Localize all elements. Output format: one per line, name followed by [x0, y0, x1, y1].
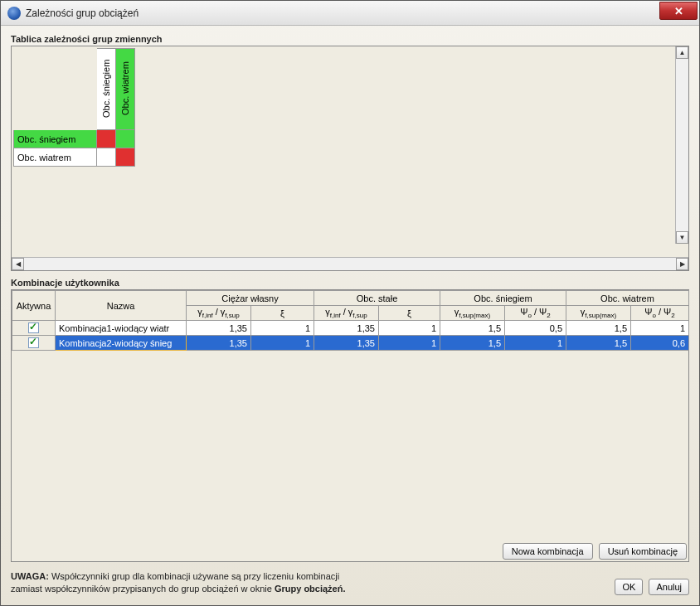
matrix-corner [14, 49, 97, 130]
matrix-cell[interactable] [116, 130, 135, 148]
note-prefix: UWAGA: [11, 571, 49, 581]
col-header-xi: ξ [379, 306, 440, 321]
active-checkbox-cell[interactable] [12, 321, 56, 336]
new-combination-button[interactable]: Nowa kombinacja [503, 543, 593, 560]
matrix-col-header: Obc. śniegiem [97, 49, 116, 130]
horizontal-scrollbar[interactable]: ◀ ▶ [12, 257, 688, 270]
table-row[interactable]: Kombinacja2-wiodący śnieg 1,35 1 1,35 1 … [12, 336, 689, 351]
combination-name[interactable]: Kombinacja2-wiodący śnieg [56, 336, 187, 351]
matrix-row-header: Obc. wiatrem [14, 148, 97, 167]
cell[interactable]: 1,35 [187, 336, 251, 351]
checkbox-icon[interactable] [28, 337, 39, 348]
combinations-table[interactable]: Aktywna Nazwa Ciężar własny Obc. stałe O… [12, 290, 689, 351]
col-header-xi: ξ [251, 306, 314, 321]
cell[interactable]: 1,35 [187, 321, 251, 336]
matrix-label: Tablica zależności grup zmiennych [11, 34, 689, 44]
footer: UWAGA: Współczynniki grup dla kombinacji… [11, 570, 689, 595]
content-area: Tablica zależności grup zmiennych Obc. ś… [1, 26, 699, 605]
cell[interactable]: 1 [505, 336, 566, 351]
col-header-active: Aktywna [12, 291, 56, 321]
checkbox-icon[interactable] [28, 322, 39, 333]
col-header-label: Obc. wiatrem [116, 49, 134, 128]
vertical-scrollbar[interactable]: ▲ ▼ [675, 46, 688, 244]
cell[interactable]: 0,6 [631, 336, 689, 351]
cell[interactable]: 1 [251, 321, 314, 336]
combinations-label: Kombinacje użytkownika [11, 278, 689, 288]
note-bold: Grupy obciążeń. [275, 584, 346, 594]
window-title: Zależności grup obciążeń [26, 7, 139, 19]
cell[interactable]: 1 [631, 321, 689, 336]
col-header-gamma-max: γf,sup(max) [440, 306, 505, 321]
delete-combination-button[interactable]: Usuń kombinację [599, 543, 687, 560]
cell[interactable]: 1,5 [566, 321, 631, 336]
cell[interactable]: 1,35 [314, 321, 379, 336]
col-header-psi: Ψo / Ψ2 [631, 306, 689, 321]
combination-buttons: Nowa kombinacja Usuń kombinację [12, 538, 688, 561]
col-header-psi: Ψo / Ψ2 [505, 306, 566, 321]
combination-name[interactable]: Kombinacja1-wiodący wiatr [56, 321, 187, 336]
dialog-window: Zależności grup obciążeń ✕ Tablica zależ… [0, 0, 700, 606]
note-text: Współczynniki grup dla kombinacji używan… [49, 571, 339, 581]
scroll-up-icon[interactable]: ▲ [676, 46, 688, 59]
cell[interactable]: 1,5 [440, 336, 505, 351]
ok-button[interactable]: OK [615, 579, 643, 595]
cell[interactable]: 1 [379, 321, 440, 336]
matrix-cell[interactable] [97, 148, 116, 167]
col-header-gamma: γf,inf / γf,sup [187, 306, 251, 321]
cell[interactable]: 1 [251, 336, 314, 351]
matrix-area: Obc. śniegiem Obc. wiatrem Obc. śniegiem… [12, 46, 688, 257]
matrix-cell[interactable] [97, 130, 116, 148]
scroll-down-icon[interactable]: ▼ [676, 231, 688, 244]
close-button[interactable]: ✕ [659, 2, 698, 20]
col-header-group: Obc. wiatrem [566, 291, 689, 306]
cell[interactable]: 1,35 [314, 336, 379, 351]
dependency-matrix[interactable]: Obc. śniegiem Obc. wiatrem Obc. śniegiem… [13, 48, 135, 167]
note-text: zamiast współczynników przypisanych do g… [11, 584, 275, 594]
matrix-panel: Obc. śniegiem Obc. wiatrem Obc. śniegiem… [11, 46, 689, 271]
close-icon: ✕ [674, 5, 683, 17]
dialog-buttons: OK Anuluj [611, 579, 689, 595]
scroll-left-icon[interactable]: ◀ [12, 258, 24, 270]
active-checkbox-cell[interactable] [12, 336, 56, 351]
cancel-button[interactable]: Anuluj [649, 579, 689, 595]
col-header-gamma-max: γf,sup(max) [566, 306, 631, 321]
titlebar: Zależności grup obciążeń ✕ [1, 1, 699, 26]
scroll-right-icon[interactable]: ▶ [676, 258, 688, 270]
cell[interactable]: 1,5 [566, 336, 631, 351]
matrix-col-header: Obc. wiatrem [116, 49, 135, 130]
col-header-name: Nazwa [56, 291, 187, 321]
cell[interactable]: 0,5 [505, 321, 566, 336]
col-header-label: Obc. śniegiem [97, 49, 115, 128]
cell[interactable]: 1,5 [440, 321, 505, 336]
col-header-gamma: γf,inf / γf,sup [314, 306, 379, 321]
matrix-cell[interactable] [116, 148, 135, 167]
combinations-panel: Aktywna Nazwa Ciężar własny Obc. stałe O… [11, 289, 689, 562]
cell[interactable]: 1 [379, 336, 440, 351]
app-icon [7, 7, 21, 20]
col-header-group: Obc. stałe [314, 291, 440, 306]
table-row[interactable]: Kombinacja1-wiodący wiatr 1,35 1 1,35 1 … [12, 321, 689, 336]
col-header-group: Ciężar własny [187, 291, 314, 306]
warning-note: UWAGA: Współczynniki grup dla kombinacji… [11, 570, 346, 595]
matrix-row-header: Obc. śniegiem [14, 130, 97, 148]
col-header-group: Obc. śniegiem [440, 291, 566, 306]
